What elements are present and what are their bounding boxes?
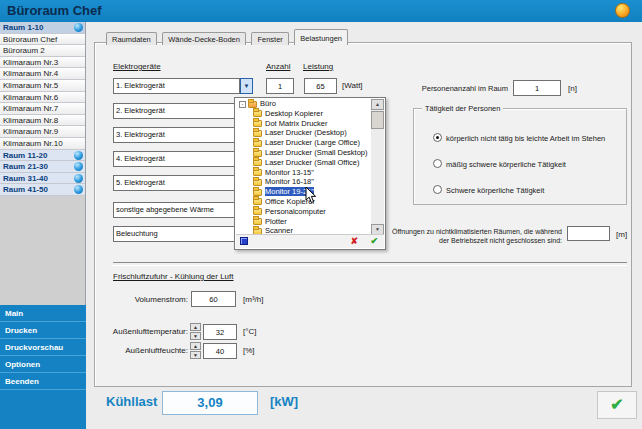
activity-group-title: Tätigkeit der Personen — [422, 104, 503, 113]
device-4-combobox[interactable]: 4. Elektrogerät — [113, 151, 253, 167]
device-1-anzahl-input[interactable] — [266, 78, 294, 94]
sidebar-item-raum-11-20[interactable]: Raum 11-20 — [0, 150, 85, 162]
temperatur-stepper[interactable]: ▲▼ — [190, 323, 201, 340]
section-divider — [113, 262, 627, 266]
device-5-combobox[interactable]: 5. Elektrogerät — [113, 175, 253, 191]
sidebar-item-raum-1-10[interactable]: Raum 1-10 — [0, 22, 85, 34]
device-1-leistung-input[interactable] — [304, 78, 337, 94]
volumenstrom-input[interactable] — [191, 291, 236, 307]
folder-icon — [253, 218, 262, 225]
folder-icon — [253, 120, 262, 127]
sidebar-item-bueroraum-2[interactable]: Büroraum 2 — [0, 45, 85, 57]
main-area: Raumdaten Wände-Decke-Boden Fenster Bela… — [86, 22, 642, 429]
main-button[interactable]: Main — [0, 305, 86, 322]
tree-expander-icon[interactable]: - — [239, 101, 246, 108]
spin-up-icon[interactable]: ▲ — [190, 342, 201, 350]
room-group-orb-icon — [74, 151, 83, 160]
title-bar: Büroraum Chef — [0, 0, 642, 22]
tree-item-laser-drucker-small-office[interactable]: Laser Drucker (Small Office) — [236, 158, 371, 168]
spin-up-icon[interactable]: ▲ — [190, 323, 201, 331]
beleuchtung-combobox[interactable]: Beleuchtung — [113, 226, 253, 242]
temperatur-unit-label: [°C] — [243, 327, 256, 336]
folder-icon — [253, 179, 262, 186]
druckvorschau-button[interactable]: Druckvorschau — [0, 339, 86, 356]
folder-icon — [253, 208, 262, 215]
tab-waende-decke-boden[interactable]: Wände-Decke-Boden — [162, 32, 246, 45]
tree-item-monitor-19-21-selected[interactable]: Monitor 19-21" — [236, 187, 371, 197]
grid-view-icon[interactable] — [240, 237, 248, 245]
tree-item-personalcomputer[interactable]: Personalcomputer — [236, 207, 371, 217]
tree-item-laser-drucker-large-office[interactable]: Laser Drucker (Large Office) — [236, 138, 371, 148]
persons-label: Personenanzahl im Raum — [420, 84, 508, 93]
sidebar-item-klimaraum-4[interactable]: Klimaraum Nr.4 — [0, 68, 85, 80]
tree-item-desktop-kopierer[interactable]: Desktop Kopierer — [236, 109, 371, 119]
room-group-orb-icon — [74, 23, 83, 32]
radio-checked-icon — [433, 133, 442, 142]
device-1-dropdown-button[interactable]: ▼ — [240, 78, 253, 94]
openings-unit-label: [m] — [616, 230, 627, 239]
accept-check-icon[interactable]: ✔ — [370, 235, 378, 248]
device-2-combobox[interactable]: 2. Elektrogerät — [113, 103, 253, 119]
tree-node-buero[interactable]: -Büro — [236, 99, 371, 109]
volumenstrom-label: Volumenstrom: — [100, 295, 188, 304]
sidebar-actions: Main Drucken Druckvorschau Optionen Been… — [0, 305, 86, 429]
feuchte-input[interactable] — [203, 343, 237, 359]
fresh-air-heading: Frischluftzufuhr - Kühlung der Luft — [113, 272, 234, 281]
dropdown-footer: ✘ ✔ — [236, 234, 384, 248]
openings-label: Öffnungen zu nichtklimatisierten Räumen,… — [376, 227, 562, 245]
tree-item-monitor-13-15[interactable]: Monitor 13-15" — [236, 168, 371, 178]
sidebar-item-raum-31-40[interactable]: Raum 31-40 — [0, 173, 85, 185]
openings-input[interactable] — [567, 226, 610, 241]
sidebar-item-klimaraum-3[interactable]: Klimaraum Nr.3 — [0, 57, 85, 69]
device-1-combobox[interactable]: 1. Elektrogerät — [113, 78, 240, 94]
tab-fenster[interactable]: Fenster — [251, 32, 288, 45]
leistung-column-header: Leistung — [303, 62, 333, 71]
folder-icon — [253, 169, 262, 176]
tree-item-laser-drucker-desktop[interactable]: Laser Drucker (Desktop) — [236, 128, 371, 138]
persons-count-input[interactable] — [513, 80, 561, 96]
sonstige-waerme-combobox[interactable]: sonstige abgegebene Wärme — [113, 202, 253, 218]
sidebar-item-klimaraum-7[interactable]: Klimaraum Nr.7 — [0, 103, 85, 115]
beenden-button[interactable]: Beenden — [0, 373, 86, 390]
spin-down-icon[interactable]: ▼ — [190, 351, 201, 359]
spin-down-icon[interactable]: ▼ — [190, 332, 201, 340]
volumenstrom-unit-label: [m³/h] — [243, 295, 263, 304]
open-folder-icon — [248, 101, 257, 108]
tree-item-laser-drucker-small-desktop[interactable]: Laser Drucker (Small Desktop) — [236, 148, 371, 158]
tree-scrollbar[interactable]: ▲ ▼ — [371, 99, 384, 235]
tab-strip: Raumdaten Wände-Decke-Boden Fenster Bela… — [106, 27, 349, 43]
tab-raumdaten[interactable]: Raumdaten — [106, 32, 157, 45]
help-orb-icon[interactable] — [615, 3, 630, 18]
confirm-button[interactable]: ✔ — [597, 391, 637, 419]
sidebar-item-raum-41-50[interactable]: Raum 41-50 — [0, 184, 85, 196]
tree-item-plotter[interactable]: Plotter — [236, 217, 371, 227]
tree-item-monitor-16-18[interactable]: Monitor 16-18" — [236, 177, 371, 187]
kuehllast-value-field[interactable]: 3,09 — [162, 391, 258, 415]
aussenlufttemperatur-label: Außenlufttemperatur: — [90, 327, 188, 336]
devices-heading: Elektrogeräte — [113, 62, 161, 71]
device-3-combobox[interactable]: 3. Elektrogerät — [113, 127, 253, 143]
tree-item-office-kopierer[interactable]: Office Kopierer — [236, 197, 371, 207]
sidebar-item-klimaraum-5[interactable]: Klimaraum Nr.5 — [0, 80, 85, 92]
scrollbar-thumb[interactable] — [371, 111, 384, 129]
sidebar-item-klimaraum-9[interactable]: Klimaraum Nr.9 — [0, 126, 85, 138]
temperatur-input[interactable] — [203, 324, 237, 340]
sidebar: Raum 1-10 Büroraum Chef Büroraum 2 Klima… — [0, 22, 86, 429]
drucken-button[interactable]: Drucken — [0, 322, 86, 339]
sidebar-item-klimaraum-8[interactable]: Klimaraum Nr.8 — [0, 115, 85, 127]
scroll-up-icon[interactable]: ▲ — [371, 99, 384, 110]
aussenluftfeuchte-label: Außenluftfeuchte: — [90, 346, 188, 355]
tab-belastungen[interactable]: Belastungen — [294, 29, 348, 45]
sidebar-item-bueroraum-chef[interactable]: Büroraum Chef — [0, 34, 85, 46]
folder-icon — [253, 150, 262, 157]
watt-unit-label: [Watt] — [342, 81, 363, 90]
folder-icon — [253, 130, 262, 137]
sidebar-item-klimaraum-10[interactable]: Klimaraum Nr.10 — [0, 138, 85, 150]
cancel-x-icon[interactable]: ✘ — [350, 235, 358, 248]
folder-icon — [253, 198, 262, 205]
feuchte-stepper[interactable]: ▲▼ — [190, 342, 201, 359]
sidebar-item-klimaraum-6[interactable]: Klimaraum Nr.6 — [0, 92, 85, 104]
optionen-button[interactable]: Optionen — [0, 356, 86, 373]
tree-item-dot-matrix-drucker[interactable]: Dot Matrix Drucker — [236, 119, 371, 129]
sidebar-item-raum-21-30[interactable]: Raum 21-30 — [0, 161, 85, 173]
